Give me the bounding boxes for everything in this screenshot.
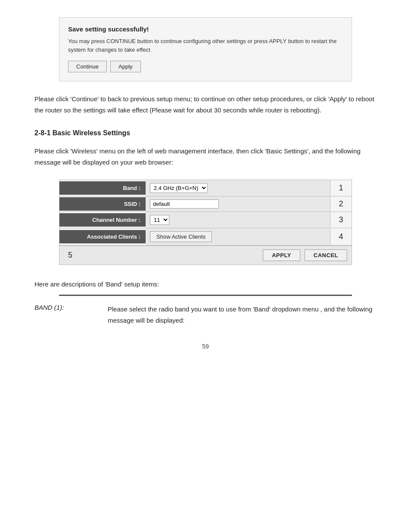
show-active-clients-button[interactable]: Show Active Clients [150, 231, 212, 242]
ssid-number: 2 [330, 196, 352, 212]
band-number: 1 [330, 180, 352, 196]
band-description-row: BAND (1): Please select the radio band y… [34, 304, 377, 326]
save-setting-box: Save setting successfully! You may press… [59, 17, 352, 81]
clients-value: Show Active Clients [146, 228, 330, 245]
band-desc-label: BAND (1): [34, 304, 95, 326]
body-text: Please click 'Continue' to back to previ… [34, 93, 377, 115]
save-title: Save setting successfully! [68, 25, 343, 33]
band-desc-text: Please select the radio band you want to… [108, 304, 377, 326]
action-number: 5 [68, 251, 72, 260]
channel-row: Channel Number : 11 1 2 6 3 [59, 212, 352, 228]
save-buttons: Continue Apply [68, 61, 343, 72]
clients-row: Associated Clients : Show Active Clients… [59, 228, 352, 246]
section-divider [59, 295, 352, 296]
channel-value: 11 1 2 6 [146, 212, 330, 228]
action-row: 5 APPLY CANCEL [59, 246, 352, 264]
clients-label: Associated Clients : [59, 230, 146, 243]
instruction-text: Please click 'Wireless' menu on the left… [34, 146, 377, 168]
band-select[interactable]: 2.4 GHz (B+G+N) 2.4 GHz (B+G) 2.4 GHz (N… [150, 183, 208, 193]
band-value: 2.4 GHz (B+G+N) 2.4 GHz (B+G) 2.4 GHz (N… [146, 180, 330, 196]
ssid-input[interactable] [150, 199, 219, 208]
descriptions-text: Here are descriptions of 'Band' setup it… [34, 280, 377, 288]
channel-label: Channel Number : [59, 213, 146, 227]
channel-number: 3 [330, 212, 352, 227]
wireless-settings-table: Band : 2.4 GHz (B+G+N) 2.4 GHz (B+G) 2.4… [59, 180, 352, 265]
ssid-label: SSID : [59, 197, 146, 211]
continue-button[interactable]: Continue [68, 61, 107, 72]
ssid-value [146, 196, 330, 212]
wireless-apply-button[interactable]: APPLY [263, 249, 300, 261]
section-heading: 2-8-1 Basic Wireless Settings [34, 129, 377, 137]
apply-button-save[interactable]: Apply [110, 61, 141, 72]
save-message: You may press CONTINUE button to continu… [68, 37, 343, 54]
wireless-cancel-button[interactable]: CANCEL [305, 249, 347, 261]
page-number: 59 [34, 343, 377, 350]
clients-number: 4 [330, 229, 352, 244]
band-row: Band : 2.4 GHz (B+G+N) 2.4 GHz (B+G) 2.4… [59, 180, 352, 196]
band-label: Band : [59, 181, 146, 195]
channel-select[interactable]: 11 1 2 6 [150, 215, 169, 225]
ssid-row: SSID : 2 [59, 196, 352, 212]
